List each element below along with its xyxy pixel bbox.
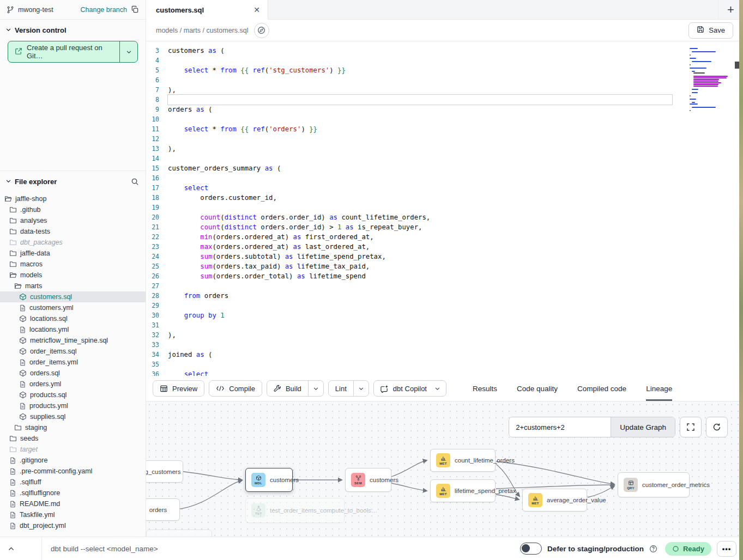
copy-icon[interactable] xyxy=(131,5,139,14)
code-line[interactable]: 28 from orders xyxy=(146,291,743,301)
lineage-node-test_order_items_compute_to_bools-[interactable]: TSTtest_order_items_compute_to_bools… xyxy=(245,498,345,523)
fullscreen-icon[interactable] xyxy=(680,417,702,437)
code-line[interactable]: 36 select xyxy=(146,369,743,376)
tab-code-quality[interactable]: Code quality xyxy=(517,376,558,401)
code-line[interactable]: 6 xyxy=(146,75,743,85)
update-graph-button[interactable]: Update Graph xyxy=(611,417,675,437)
lineage-node-lifetime_spend_pretax[interactable]: METlifetime_spend_pretax xyxy=(430,479,496,502)
file-tree-item[interactable]: data-tests xyxy=(0,226,146,237)
code-line[interactable]: 17 select xyxy=(146,183,743,193)
lineage-node-customers[interactable]: SEMcustomers xyxy=(345,468,391,492)
code-line[interactable]: 22 min(orders.ordered_at) as first_order… xyxy=(146,232,743,242)
code-line[interactable]: 11 select * from {{ ref('orders') }} xyxy=(146,124,743,134)
code-line[interactable]: 35 xyxy=(146,360,743,369)
code-line[interactable]: 29 xyxy=(146,301,743,311)
chevron-down-icon[interactable] xyxy=(433,381,446,396)
file-tree-item[interactable]: order_items.yml xyxy=(0,357,146,368)
close-icon[interactable]: ✕ xyxy=(253,5,260,14)
dbt-copilot-button[interactable]: dbt Copilot xyxy=(373,380,446,397)
tab-results[interactable]: Results xyxy=(473,376,497,401)
file-tree-item[interactable]: supplies.sql xyxy=(0,411,146,422)
file-tree-item[interactable]: dbt_project.yml xyxy=(0,520,146,531)
file-tree-item[interactable]: .sqlfluffignore xyxy=(0,488,146,498)
file-tree-item[interactable]: customers.sql xyxy=(0,291,146,302)
lineage-panel[interactable]: Update Graph xyxy=(146,401,743,537)
file-tree-item[interactable]: products.yml xyxy=(0,400,146,411)
chevron-down-icon[interactable] xyxy=(353,381,369,396)
lineage-node-clipped[interactable] xyxy=(146,529,212,537)
file-tree-item[interactable]: locations.sql xyxy=(0,313,146,324)
file-explorer-header[interactable]: File explorer xyxy=(0,171,146,190)
code-editor[interactable]: 3customers as (45 select * from {{ ref('… xyxy=(146,41,743,376)
code-line[interactable]: 3customers as ( xyxy=(146,46,743,56)
code-line[interactable]: 18 orders.customer_id, xyxy=(146,193,743,203)
chevron-down-icon[interactable] xyxy=(308,381,323,396)
file-tree-item[interactable]: seeds xyxy=(0,433,146,444)
code-line[interactable]: 30 group by 1 xyxy=(146,311,743,320)
compile-button[interactable]: Compile xyxy=(209,380,262,397)
file-tree-item[interactable]: models xyxy=(0,270,146,281)
file-tree-item[interactable]: README.md xyxy=(0,498,146,509)
file-tree-item[interactable]: marts xyxy=(0,281,146,291)
pr-dropdown-chevron[interactable] xyxy=(120,41,137,62)
code-line[interactable]: 9orders as ( xyxy=(146,105,743,114)
change-branch-link[interactable]: Change branch xyxy=(81,6,127,14)
file-tree-item[interactable]: products.sql xyxy=(0,389,146,400)
file-tree-item[interactable]: macros xyxy=(0,259,146,270)
file-tree-item[interactable]: orders.yml xyxy=(0,379,146,389)
lineage-selector-input[interactable] xyxy=(509,417,611,437)
preview-button[interactable]: Preview xyxy=(153,380,204,397)
lint-button[interactable]: Lint xyxy=(328,380,369,397)
file-tree-item[interactable]: Taskfile.yml xyxy=(0,509,146,520)
file-tree-item[interactable]: .pre-commit-config.yaml xyxy=(0,466,146,477)
code-line[interactable]: 5 select * from {{ ref('stg_customers') … xyxy=(146,65,743,75)
more-options-button[interactable]: ••• xyxy=(717,541,736,557)
code-line[interactable]: 8 xyxy=(146,95,743,105)
lineage-node-stg_customers[interactable]: stg_customers xyxy=(146,460,183,483)
lineage-node-customers[interactable]: MDLcustomers xyxy=(245,468,293,492)
version-control-header[interactable]: Version control xyxy=(0,20,146,39)
code-line[interactable]: 15customer_orders_summary as ( xyxy=(146,163,743,173)
tab-lineage[interactable]: Lineage xyxy=(646,376,672,401)
code-line[interactable]: 34joined as ( xyxy=(146,350,743,360)
defer-toggle[interactable] xyxy=(520,543,542,555)
file-tree-item[interactable]: staging xyxy=(0,422,146,433)
compass-icon[interactable] xyxy=(254,23,269,38)
file-tree-item[interactable]: customers.yml xyxy=(0,302,146,313)
refresh-icon[interactable] xyxy=(706,417,728,437)
dbt-command-input[interactable] xyxy=(42,545,520,553)
lineage-node-customer_order_metrics[interactable]: QRYcustomer_order_metrics xyxy=(618,472,690,497)
code-line[interactable]: 32), xyxy=(146,330,743,340)
code-line[interactable]: 27 xyxy=(146,281,743,291)
file-tree-item[interactable]: .github xyxy=(0,204,146,215)
file-tree-item[interactable]: dbt_packages xyxy=(0,237,146,248)
code-line[interactable]: 23 max(orders.ordered_at) as last_ordere… xyxy=(146,242,743,252)
file-tree-item[interactable]: jaffle-data xyxy=(0,248,146,259)
save-button[interactable]: Save xyxy=(688,22,733,39)
file-tree-item[interactable]: .gitignore xyxy=(0,455,146,466)
create-pull-request-button[interactable]: Create a pull request on Git… xyxy=(8,41,138,63)
minimap[interactable] xyxy=(690,48,732,112)
file-tree-item[interactable]: locations.yml xyxy=(0,324,146,335)
file-tree-item[interactable]: metricflow_time_spine.sql xyxy=(0,335,146,346)
file-tree-item[interactable]: order_items.sql xyxy=(0,346,146,357)
code-line[interactable]: 21 count(distinct orders.order_id) > 1 a… xyxy=(146,222,743,232)
lineage-node-count_lifetime_orders[interactable]: METcount_lifetime_orders xyxy=(430,449,496,472)
code-line[interactable]: 20 count(distinct orders.order_id) as co… xyxy=(146,212,743,222)
collapse-panel-button[interactable] xyxy=(0,537,42,560)
code-line[interactable]: 14 xyxy=(146,154,743,163)
code-line[interactable]: 19 xyxy=(146,203,743,212)
code-line[interactable]: 33 xyxy=(146,340,743,350)
tab-compiled-code[interactable]: Compiled code xyxy=(577,376,626,401)
search-icon[interactable] xyxy=(131,178,139,186)
help-icon[interactable] xyxy=(649,545,657,553)
lineage-node-orders[interactable]: orders xyxy=(146,498,180,521)
code-line[interactable]: 31 xyxy=(146,320,743,330)
code-line[interactable]: 24 sum(orders.subtotal) as lifetime_spen… xyxy=(146,252,743,261)
tab-customers-sql[interactable]: customers.sql ✕ xyxy=(146,0,268,20)
code-line[interactable]: 4 xyxy=(146,56,743,65)
code-line[interactable]: 13), xyxy=(146,144,743,154)
file-tree-item[interactable]: analyses xyxy=(0,215,146,226)
code-line[interactable]: 16 xyxy=(146,173,743,183)
file-tree-item[interactable]: orders.sql xyxy=(0,368,146,379)
